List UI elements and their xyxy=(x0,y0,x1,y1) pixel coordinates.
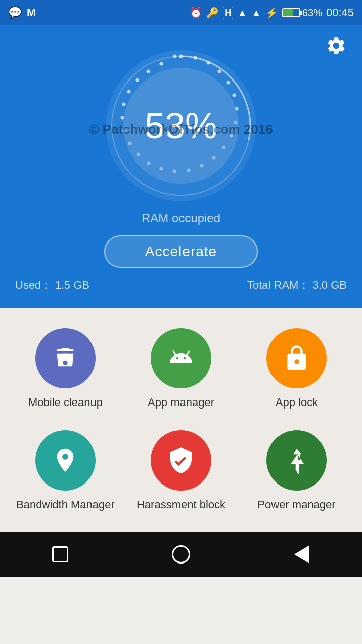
alarm-icon: ⏰ xyxy=(190,7,202,19)
app-item-power-manager[interactable]: Power manager xyxy=(241,430,352,512)
battery-icon xyxy=(282,8,300,17)
header-section: 53% RAM occupied Accelerate Used： 1.5 GB… xyxy=(0,25,362,308)
gauge-outer: 53% xyxy=(106,50,256,201)
time-display: 00:45 xyxy=(326,6,354,19)
status-bar: 💬 M ⏰ 🔑 H ▲ ▲ ⚡ 63% 00:45 xyxy=(0,0,362,25)
harassment-block-icon xyxy=(151,430,211,491)
home-icon xyxy=(172,545,190,564)
back-button[interactable] xyxy=(287,539,317,570)
app-item-harassment-block[interactable]: Harassment block xyxy=(126,430,236,512)
home-button[interactable] xyxy=(166,539,196,570)
battery-percent: 63% xyxy=(302,7,322,19)
total-ram: Total RAM： 3.0 GB xyxy=(247,278,347,293)
bbm-icon: 💬 xyxy=(8,6,22,19)
app-icon-2: M xyxy=(27,6,36,19)
gauge-inner: 53% xyxy=(123,68,239,184)
status-bar-left: 💬 M xyxy=(8,6,36,19)
app-item-app-lock[interactable]: App lock xyxy=(241,328,352,410)
signal-icon-2: ▲ xyxy=(251,7,261,19)
svg-point-22 xyxy=(136,78,139,82)
nav-bar xyxy=(0,532,362,577)
power-manager-label: Power manager xyxy=(257,498,335,512)
settings-icon[interactable] xyxy=(326,35,347,61)
harassment-block-label: Harassment block xyxy=(137,498,225,512)
power-manager-icon xyxy=(266,430,327,491)
gauge-container: 53% xyxy=(106,50,256,201)
svg-point-24 xyxy=(160,62,163,66)
svg-point-5 xyxy=(233,94,236,97)
bandwidth-manager-icon xyxy=(35,430,96,491)
app-item-app-manager[interactable]: App manager xyxy=(126,328,236,410)
gauge-percentage: 53% xyxy=(145,105,217,146)
app-lock-icon xyxy=(266,328,327,388)
svg-point-21 xyxy=(127,90,131,94)
svg-point-20 xyxy=(122,103,126,106)
back-icon xyxy=(294,545,309,564)
app-lock-label: App lock xyxy=(276,395,318,410)
bolt-icon: ⚡ xyxy=(265,7,278,19)
battery-container: 63% xyxy=(282,7,322,19)
recent-apps-button[interactable] xyxy=(45,539,75,570)
app-grid: Mobile cleanup App manager App lock Band… xyxy=(0,308,362,532)
mobile-cleanup-icon xyxy=(35,328,96,388)
app-manager-label: App manager xyxy=(148,395,214,410)
app-manager-icon xyxy=(151,328,211,388)
bandwidth-manager-label: Bandwidth Manager xyxy=(16,498,115,512)
svg-rect-28 xyxy=(62,354,69,356)
mobile-cleanup-label: Mobile cleanup xyxy=(28,395,103,410)
h-icon: H xyxy=(223,7,233,19)
battery-fill xyxy=(283,9,293,16)
svg-point-23 xyxy=(147,70,150,73)
svg-point-3 xyxy=(218,70,221,73)
svg-point-4 xyxy=(227,81,230,85)
ram-stats: Used： 1.5 GB Total RAM： 3.0 GB xyxy=(0,268,362,293)
recent-apps-icon xyxy=(52,546,68,562)
key-icon: 🔑 xyxy=(206,7,219,19)
accelerate-button[interactable]: Accelerate xyxy=(104,235,258,268)
app-item-bandwidth-manager[interactable]: Bandwidth Manager xyxy=(10,430,121,512)
app-item-mobile-cleanup[interactable]: Mobile cleanup xyxy=(10,328,121,410)
status-bar-right: ⏰ 🔑 H ▲ ▲ ⚡ 63% 00:45 xyxy=(190,6,354,19)
used-ram: Used： 1.5 GB xyxy=(15,278,89,293)
ram-occupied-label: RAM occupied xyxy=(142,211,220,225)
signal-icon: ▲ xyxy=(237,7,247,19)
